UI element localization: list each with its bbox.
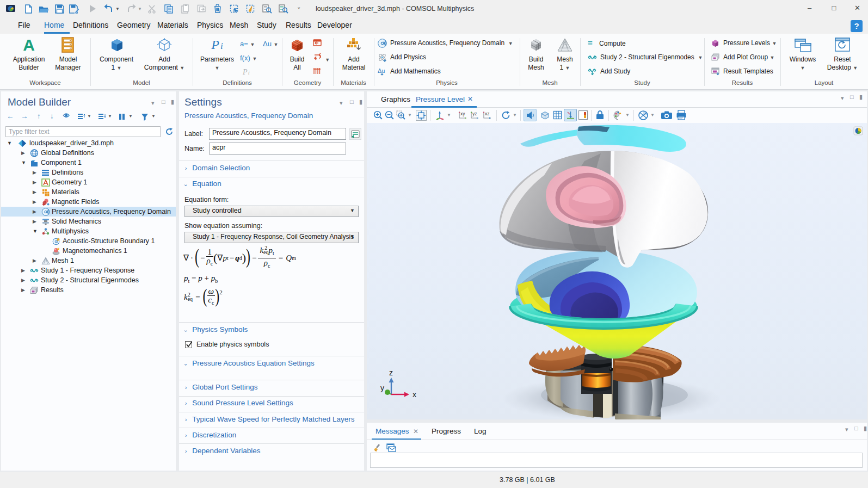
svg-text:Δu: Δu <box>378 67 385 74</box>
svg-text:x: x <box>413 390 416 399</box>
svg-text:z: z <box>389 368 393 377</box>
svg-text:xz: xz <box>485 111 490 116</box>
svg-text:xy: xy <box>460 111 465 116</box>
svg-text:yz: yz <box>472 111 477 116</box>
svg-text:y: y <box>380 384 384 392</box>
